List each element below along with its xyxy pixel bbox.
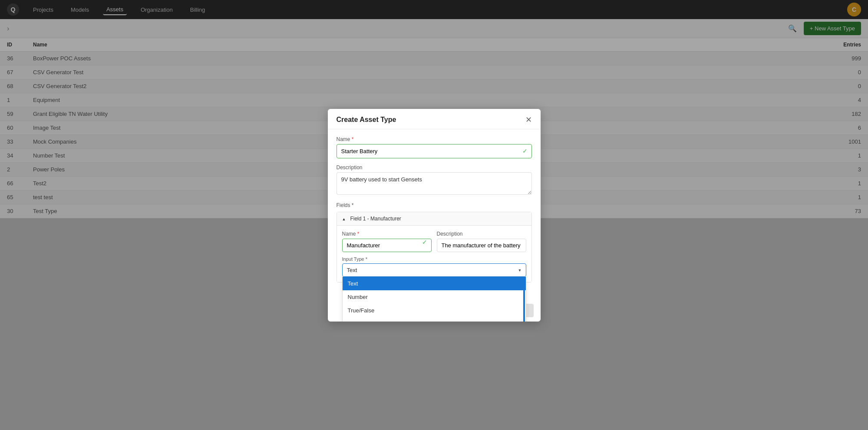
field-description-input[interactable] [437, 239, 526, 252]
modal-title: Create Asset Type [337, 116, 396, 124]
field-accordion-header[interactable]: Field 1 - Manufacturer [337, 212, 531, 226]
field-accordion-body: Name * ✓ Description [337, 226, 531, 282]
field-header-label: Field 1 - Manufacturer [350, 216, 401, 222]
dropdown-item-truefalse[interactable]: True/False [343, 304, 526, 317]
field-desc-group: Description [437, 231, 526, 252]
fields-form-group: Fields * Field 1 - Manufacturer Name * [337, 202, 532, 282]
field-name-input-wrapper: ✓ [342, 239, 432, 252]
input-type-label: Input Type * [342, 256, 526, 262]
field-name-desc-row: Name * ✓ Description [342, 231, 526, 252]
modal-body: Name * ✓ Description 9V battery used to … [328, 129, 541, 322]
name-form-group: Name * ✓ [337, 136, 532, 158]
input-type-select-wrapper: Text Number True/False Date Location Fil… [342, 263, 526, 277]
accordion-collapse-icon [342, 216, 348, 222]
modal-close-button[interactable]: ✕ [525, 116, 532, 124]
dropdown-item-date[interactable]: Date [343, 317, 526, 322]
name-input[interactable] [337, 144, 532, 158]
dropdown-item-number[interactable]: Number [343, 290, 526, 304]
input-type-select[interactable]: Text Number True/False Date Location Fil… [342, 263, 526, 277]
field-name-group: Name * ✓ [342, 231, 432, 252]
modal-header: Create Asset Type ✕ [328, 109, 541, 129]
modal-overlay: Create Asset Type ✕ Name * ✓ Description… [0, 0, 868, 430]
name-label: Name * [337, 136, 532, 142]
field-name-valid-icon: ✓ [422, 239, 427, 246]
description-label: Description [337, 164, 532, 171]
description-form-group: Description 9V battery used to start Gen… [337, 164, 532, 196]
field-desc-label: Description [437, 231, 526, 237]
field-name-label: Name * [342, 231, 432, 237]
create-asset-type-modal: Create Asset Type ✕ Name * ✓ Description… [328, 109, 541, 322]
input-type-group: Input Type * Text Number True/False Date… [342, 256, 526, 277]
field-accordion: Field 1 - Manufacturer Name * ✓ [337, 212, 532, 282]
field-name-input[interactable] [342, 239, 432, 252]
dropdown-item-text[interactable]: Text [343, 277, 526, 290]
description-textarea[interactable]: 9V battery used to start Gensets [337, 172, 532, 195]
fields-label: Fields * [337, 202, 532, 208]
dropdown-scrollbar [523, 290, 525, 322]
name-input-wrapper: ✓ [337, 144, 532, 158]
name-valid-icon: ✓ [522, 148, 528, 154]
input-type-dropdown-list: Text Number True/False Date Location Fil… [342, 277, 526, 322]
